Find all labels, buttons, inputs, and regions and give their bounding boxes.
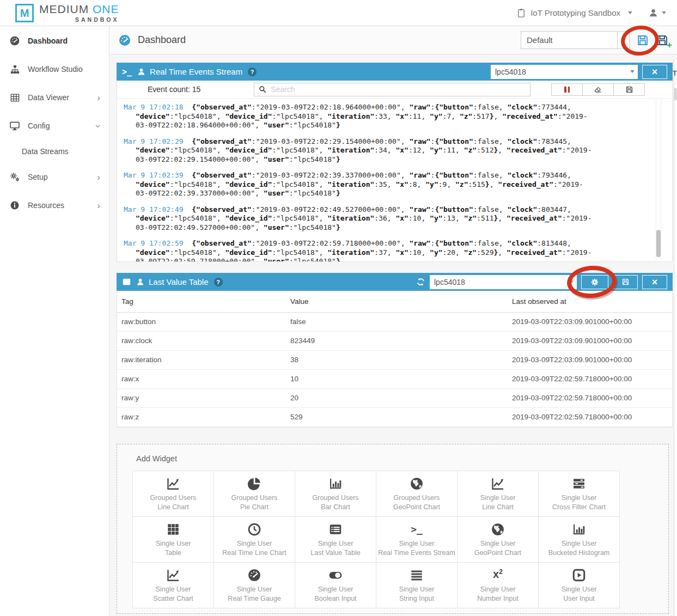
chevron-down-icon [630,70,635,73]
sidebar-item-config[interactable]: Config › [0,112,109,140]
column-header-value: Value [286,291,508,312]
widget-option-single-user-last-value-table[interactable]: Single UserLast Value Table [295,516,376,563]
widget-option-single-user-geopoint-chart[interactable]: Single UserGeoPoint Chart [457,516,539,563]
save-dashboard-as-new-icon[interactable]: + [656,34,669,47]
chevron-right-icon: › [97,93,100,102]
dashboard-preset-input[interactable] [521,31,618,49]
brand-logo-icon: M [15,4,34,22]
add-widget-panel: Add Widget Grouped UsersLine ChartGroupe… [117,444,669,614]
sitemap-icon [8,64,22,75]
event-count: Event count: 15 [148,85,200,94]
events-stream-toolbar: Event count: 15 [117,81,673,99]
value-cell: 529 [286,407,508,426]
table-device-filter-input[interactable] [430,275,565,289]
widget-option-user-type: Single User [480,540,516,547]
table-device-dropdown-button[interactable] [565,275,577,289]
widget-option-name: GeoPoint Chart [393,503,440,511]
widget-option-user-type: Single User [237,540,272,547]
log-timestamp: Mar 9 17:02:39 [124,171,184,179]
pause-icon [564,87,570,93]
save-stream-button[interactable] [613,83,645,96]
close-stream-widget-button[interactable]: × [642,65,667,79]
table-settings-button[interactable] [581,275,608,289]
events-stream-header: >_ Real Time Events Stream ? × [117,63,673,81]
sidebar-item-label: Setup [28,173,48,181]
user-menu[interactable] [649,8,666,17]
widget-option-single-user-real-time-line-chart[interactable]: Single UserReal Time Line Chart [214,516,295,563]
last-value-table: Tag Value Last observed at raw:buttonfal… [117,291,672,427]
eraser-icon [594,85,602,94]
widget-option-single-user-scatter-chart[interactable]: Single UserScatter Chart [132,562,214,608]
close-icon: × [652,277,658,287]
sidebar-item-setup[interactable]: Setup › [0,163,109,191]
sidebar-item-workflow-studio[interactable]: Workflow Studio [0,55,109,83]
stream-device-dropdown-button[interactable] [626,65,638,79]
widget-option-name: User Input [563,595,595,602]
tag-cell: raw:button [117,312,286,331]
close-table-widget-button[interactable]: × [642,275,667,289]
sidebar-item-resources[interactable]: Resources › [0,191,109,219]
value-cell: 20 [286,388,508,407]
widget-option-name: Real Time Events Stream [378,549,455,557]
stream-search-box[interactable] [254,83,530,96]
save-dashboard-icon[interactable] [636,34,649,47]
widget-option-name: Real Time Line Chart [222,549,286,557]
dashboard-preset-dropdown-button[interactable] [618,31,630,49]
last-value-table-widget: Last Value Table ? × [117,273,673,428]
clipped-scrollbar-fragment [674,88,677,100]
widget-option-single-user-real-time-events-stream[interactable]: >_Single UserReal Time Events Stream [376,516,458,563]
sidebar-item-label: Dashboard [28,36,68,45]
widget-option-single-user-number-input[interactable]: x2Single UserNumber Input [457,562,539,608]
clear-stream-button[interactable] [582,83,614,96]
widget-option-grouped-users-bar-chart[interactable]: Grouped UsersBar Chart [295,471,376,517]
table-header-row: Tag Value Last observed at [117,291,672,312]
save-table-button[interactable] [613,275,638,289]
add-widget-grid: Grouped UsersLine ChartGrouped UsersPie … [132,471,668,608]
widget-option-single-user-string-input[interactable]: Single UserString Input [376,562,458,608]
user-icon [136,278,144,286]
sidebar-item-data-viewer[interactable]: Data Viewer › [0,83,109,112]
close-icon: × [652,67,658,77]
bar-chart-icon [572,522,586,536]
sidebar: Dashboard Workflow Studio Data Viewer › … [0,26,109,616]
sidebar-item-dashboard[interactable]: Dashboard [0,27,109,55]
widget-option-single-user-table[interactable]: Single UserTable [132,516,214,563]
sidebar-item-label: Data Viewer [28,93,69,102]
sidebar-item-data-streams[interactable]: Data Streams [0,140,109,163]
widget-option-single-user-user-input[interactable]: Single UserUser Input [538,562,620,608]
last-observed-cell: 2019-03-09T22:02:59.718000+00:00 [508,407,672,426]
value-cell: 823449 [286,331,508,350]
lines-icon [410,568,424,582]
toggle-icon [328,568,343,582]
chevron-right-icon: › [97,173,100,182]
widget-option-single-user-cross-filter-chart[interactable]: Single UserCross Filter Chart [538,471,620,517]
widget-option-single-user-boolean-input[interactable]: Single UserBoolean Input [295,562,376,608]
widget-option-single-user-real-time-gauge[interactable]: Single UserReal Time Gauge [214,562,295,608]
workspace-selector[interactable]: IoT Prototyping Sandbox [516,8,632,18]
brand-logo[interactable]: M MEDIUM ONE SANDBOX [15,3,119,23]
widget-option-name: GeoPoint Chart [474,549,521,557]
widget-option-grouped-users-line-chart[interactable]: Grouped UsersLine Chart [132,471,214,517]
widget-option-single-user-line-chart[interactable]: Single UserLine Chart [457,471,539,517]
value-cell: false [286,312,508,331]
table-row: raw:z5292019-03-09T22:02:59.718000+00:00 [117,407,672,426]
widget-option-grouped-users-pie-chart[interactable]: Grouped UsersPie Chart [214,471,295,517]
search-input[interactable] [271,85,526,94]
stream-device-filter-input[interactable] [491,65,626,79]
pause-stream-button[interactable] [551,83,583,96]
widget-option-grouped-users-geopoint-chart[interactable]: Grouped UsersGeoPoint Chart [376,471,458,517]
help-icon[interactable]: ? [248,68,257,76]
gears-icon [8,172,22,182]
widget-option-user-type: Single User [562,585,597,593]
widget-option-single-user-bucketed-histogram[interactable]: Single UserBucketed Histogram [538,516,620,563]
log-entry: Mar 9 17:02:59 {"observed_at":"2019-03-0… [124,239,595,262]
scrollbar-thumb[interactable] [656,230,661,257]
last-value-table-header: Last Value Table ? × [117,273,673,291]
help-icon[interactable]: ? [214,278,223,286]
widget-option-name: Scatter Chart [153,595,193,602]
globe-icon [410,477,424,491]
widget-option-name: Number Input [477,595,519,602]
widget-title: Last Value Table [149,277,209,286]
value-cell: 10 [286,369,508,388]
refresh-icon[interactable] [416,277,425,286]
